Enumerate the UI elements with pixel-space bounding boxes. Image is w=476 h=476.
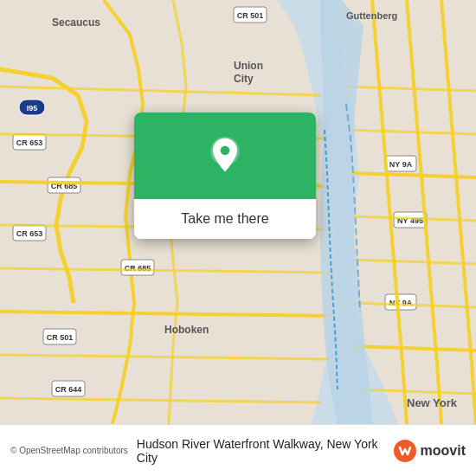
moovit-icon — [393, 439, 417, 463]
svg-text:Hoboken: Hoboken — [164, 324, 209, 336]
moovit-logo: moovit — [393, 439, 466, 463]
map-container: CR 653 CR 653 CR 685 CR 685 CR 501 CR 64… — [0, 0, 476, 424]
attribution-text: © OpenStreetMap contributors — [10, 446, 128, 455]
svg-text:CR 501: CR 501 — [237, 11, 264, 20]
svg-text:CR 653: CR 653 — [16, 229, 43, 238]
popup-card: Take me there — [134, 113, 316, 239]
bottom-bar: © OpenStreetMap contributors Hudson Rive… — [0, 424, 476, 476]
svg-text:CR 501: CR 501 — [47, 333, 74, 342]
svg-text:CR 653: CR 653 — [16, 138, 43, 147]
svg-text:Guttenberg: Guttenberg — [346, 10, 397, 21]
location-pin-icon — [206, 137, 244, 175]
svg-text:NY 9A: NY 9A — [389, 160, 413, 169]
svg-text:Secaucus: Secaucus — [52, 16, 100, 29]
svg-text:CR 644: CR 644 — [55, 385, 82, 394]
svg-text:New York: New York — [407, 396, 458, 409]
svg-text:City: City — [234, 73, 254, 85]
take-me-there-button[interactable]: Take me there — [134, 199, 316, 239]
svg-text:Union: Union — [234, 60, 263, 72]
popup-green-area — [134, 113, 316, 199]
moovit-text: moovit — [421, 443, 466, 459]
svg-point-31 — [221, 146, 230, 156]
svg-text:I95: I95 — [27, 104, 38, 113]
place-name: Hudson River Waterfront Walkway, New Yor… — [137, 437, 384, 465]
